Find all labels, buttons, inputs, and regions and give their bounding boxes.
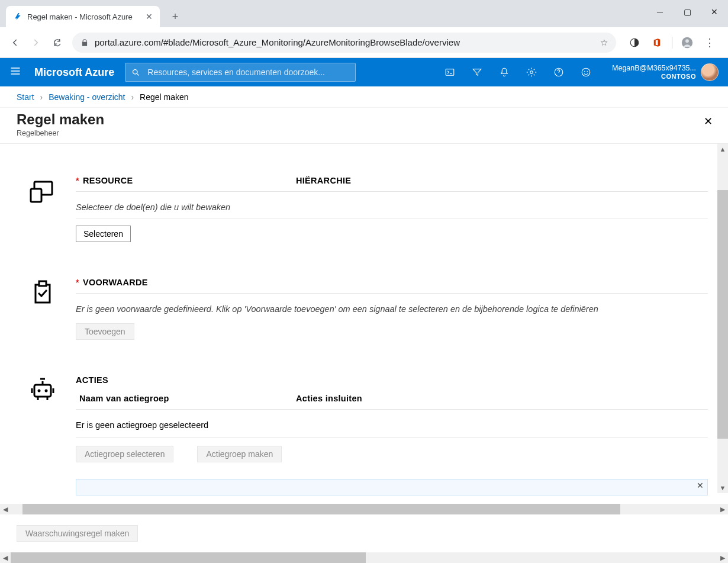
svg-point-2 (685, 39, 689, 43)
azure-favicon-icon (13, 12, 22, 21)
azure-search-input[interactable]: Resources, services en documenten doorzo… (125, 63, 356, 82)
cloud-shell-icon[interactable] (439, 62, 460, 83)
account-tenant: CONTOSO (612, 73, 696, 81)
actions-header: ACTIES (76, 375, 708, 385)
search-icon (131, 68, 140, 77)
info-banner: ✕ (76, 479, 708, 496)
svg-point-13 (38, 390, 41, 393)
section-resource: *RESOURCE HIËRARCHIE Selecteer de doel(e… (28, 176, 708, 242)
kebab-menu-icon[interactable]: ⋮ (700, 33, 720, 53)
create-actiongroup-button[interactable]: Actiegroep maken (197, 446, 282, 462)
select-resource-button[interactable]: Selecteren (76, 226, 131, 242)
svg-rect-11 (31, 189, 41, 202)
svg-point-3 (133, 69, 138, 74)
svg-point-7 (582, 68, 590, 76)
actions-include-col: Acties insluiten (296, 394, 708, 403)
tab-bar: Regel maken - Microsoft Azure ✕ + (0, 0, 728, 27)
address-bar: portal.azure.com/#blade/Microsoft_Azure_… (0, 27, 728, 58)
condition-icon (28, 278, 57, 306)
chevron-right-icon: › (40, 92, 43, 102)
blade-subtitle: Regelbeheer (17, 129, 104, 137)
url-text: portal.azure.com/#blade/Microsoft_Azure_… (95, 37, 594, 47)
resource-header: RESOURCE (83, 176, 133, 185)
actiongroup-name-col: Naam van actiegroep (76, 394, 296, 403)
actions-empty-text: Er is geen actiegroep geselecteerd (76, 416, 708, 437)
window-minimize[interactable]: ─ (646, 0, 674, 24)
account-menu[interactable]: MeganB@M365x94735... CONTOSO (612, 63, 719, 81)
window-maximize[interactable]: ▢ (674, 0, 701, 24)
condition-description: Er is geen voorwaarde gedefinieerd. Klik… (76, 300, 708, 320)
new-tab-button[interactable]: + (167, 8, 183, 25)
blade-footer: Waarschuwingsregel maken (0, 514, 728, 552)
nav-forward-icon (26, 33, 46, 53)
hamburger-menu-icon[interactable] (9, 65, 24, 79)
url-field[interactable]: portal.azure.com/#blade/Microsoft_Azure_… (72, 33, 616, 53)
section-condition: *VOORWAARDE Er is geen voorwaarde gedefi… (28, 278, 708, 340)
extension-office-icon[interactable] (647, 33, 667, 53)
hierarchy-header: HIËRARCHIE (296, 176, 708, 185)
bookmark-star-icon[interactable]: ☆ (600, 37, 608, 48)
profile-icon[interactable] (677, 33, 697, 53)
breadcrumb-start[interactable]: Start (17, 92, 34, 102)
window-controls: ─ ▢ ✕ (646, 0, 728, 24)
vertical-scrollbar[interactable]: ▲ ▼ (717, 144, 728, 493)
svg-rect-4 (446, 69, 454, 76)
select-actiongroup-button[interactable]: Actiegroep selecteren (76, 446, 173, 462)
create-alert-rule-button[interactable]: Waarschuwingsregel maken (17, 525, 138, 542)
help-icon[interactable] (548, 62, 569, 83)
outer-horizontal-scrollbar[interactable]: ◀ ▶ (0, 552, 728, 563)
directory-filter-icon[interactable] (466, 62, 488, 83)
notifications-icon[interactable] (494, 62, 515, 83)
resource-icon (28, 176, 57, 204)
nav-reload-icon[interactable] (47, 33, 67, 53)
feedback-icon[interactable] (575, 62, 597, 83)
add-condition-button[interactable]: Toevoegen (76, 323, 134, 340)
svg-point-5 (530, 71, 533, 74)
account-email: MeganB@M365x94735... (612, 64, 696, 73)
svg-point-14 (45, 390, 48, 393)
window-close[interactable]: ✕ (701, 0, 728, 24)
chevron-right-icon: › (131, 92, 134, 102)
blade-header: Regel maken Regelbeheer ✕ (0, 108, 728, 144)
azure-brand[interactable]: Microsoft Azure (34, 66, 114, 79)
content-scroll-area: *RESOURCE HIËRARCHIE Selecteer de doel(e… (0, 144, 728, 504)
blade-title: Regel maken (17, 111, 104, 128)
breadcrumb: Start › Bewaking - overzicht › Regel mak… (0, 86, 728, 108)
browser-chrome: ─ ▢ ✕ Regel maken - Microsoft Azure ✕ + … (0, 0, 728, 58)
search-placeholder: Resources, services en documenten doorzo… (147, 67, 349, 77)
svg-rect-12 (34, 385, 51, 397)
lock-icon (80, 38, 89, 47)
tab-title: Regel maken - Microsoft Azure (27, 12, 141, 21)
extension-contrast-icon[interactable] (624, 33, 645, 53)
blade-close-icon[interactable]: ✕ (699, 111, 717, 131)
svg-point-8 (584, 71, 585, 72)
settings-gear-icon[interactable] (521, 62, 542, 83)
resource-description: Selecteer de doel(en) die u wilt bewaken (76, 198, 708, 218)
tab-close-icon[interactable]: ✕ (146, 12, 153, 21)
azure-top-bar: Microsoft Azure Resources, services en d… (0, 58, 728, 86)
horizontal-scrollbar[interactable]: ◀ ▶ (0, 504, 728, 514)
actions-robot-icon (28, 375, 57, 404)
avatar (701, 63, 719, 81)
nav-back-icon[interactable] (5, 33, 25, 53)
browser-tab-active[interactable]: Regel maken - Microsoft Azure ✕ (6, 6, 160, 27)
section-actions: ACTIES Naam van actiegroep Acties inslui… (28, 375, 708, 496)
breadcrumb-current: Regel maken (140, 92, 189, 102)
info-banner-close-icon[interactable]: ✕ (697, 481, 704, 490)
breadcrumb-monitoring[interactable]: Bewaking - overzicht (49, 92, 125, 102)
svg-point-9 (587, 71, 588, 72)
condition-header: VOORWAARDE (83, 278, 148, 287)
